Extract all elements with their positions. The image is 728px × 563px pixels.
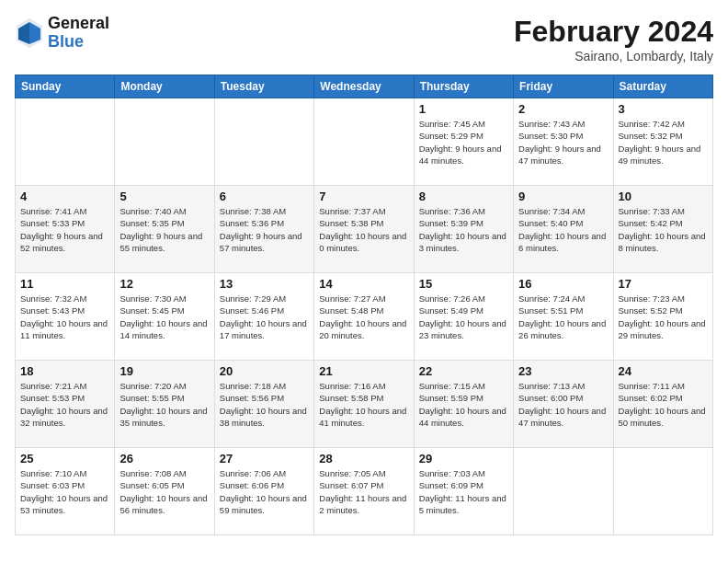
day-info: Sunrise: 7:06 AM Sunset: 6:06 PM Dayligh… [220, 467, 309, 516]
month-year-title: February 2024 [514, 15, 713, 49]
day-number: 28 [319, 452, 408, 465]
day-info: Sunrise: 7:05 AM Sunset: 6:07 PM Dayligh… [319, 467, 408, 516]
day-of-week-header: Saturday [613, 75, 712, 98]
day-info: Sunrise: 7:24 AM Sunset: 5:51 PM Dayligh… [518, 293, 608, 341]
day-info: Sunrise: 7:34 AM Sunset: 5:40 PM Dayligh… [518, 205, 608, 254]
calendar-cell: 24Sunrise: 7:11 AM Sunset: 6:02 PM Dayli… [613, 361, 712, 448]
day-number: 20 [220, 364, 309, 378]
day-number: 18 [20, 364, 109, 378]
day-info: Sunrise: 7:11 AM Sunset: 6:02 PM Dayligh… [619, 380, 708, 429]
day-info: Sunrise: 7:43 AM Sunset: 5:30 PM Dayligh… [518, 118, 608, 167]
day-number: 17 [619, 277, 708, 291]
day-info: Sunrise: 7:45 AM Sunset: 5:29 PM Dayligh… [419, 118, 508, 167]
calendar-cell [514, 448, 613, 535]
day-number: 16 [518, 277, 608, 291]
day-number: 21 [319, 364, 408, 378]
calendar-week-row: 18Sunrise: 7:21 AM Sunset: 5:53 PM Dayli… [16, 361, 713, 448]
calendar-cell: 2Sunrise: 7:43 AM Sunset: 5:30 PM Daylig… [514, 98, 613, 186]
calendar-header-row: SundayMondayTuesdayWednesdayThursdayFrid… [16, 75, 713, 98]
calendar-table: SundayMondayTuesdayWednesdayThursdayFrid… [15, 75, 713, 535]
day-info: Sunrise: 7:30 AM Sunset: 5:45 PM Dayligh… [119, 293, 209, 341]
calendar-cell: 20Sunrise: 7:18 AM Sunset: 5:56 PM Dayli… [214, 361, 313, 448]
page-header: General Blue February 2024 Sairano, Lomb… [15, 15, 713, 63]
calendar-cell: 9Sunrise: 7:34 AM Sunset: 5:40 PM Daylig… [514, 186, 613, 273]
day-number: 7 [319, 190, 408, 203]
calendar-cell: 10Sunrise: 7:33 AM Sunset: 5:42 PM Dayli… [613, 186, 712, 273]
day-info: Sunrise: 7:42 AM Sunset: 5:32 PM Dayligh… [619, 118, 708, 167]
day-info: Sunrise: 7:29 AM Sunset: 5:46 PM Dayligh… [220, 293, 309, 341]
day-number: 13 [220, 277, 309, 291]
calendar-cell: 14Sunrise: 7:27 AM Sunset: 5:48 PM Dayli… [314, 273, 414, 361]
day-number: 14 [319, 277, 408, 291]
day-number: 4 [20, 190, 109, 203]
calendar-cell: 3Sunrise: 7:42 AM Sunset: 5:32 PM Daylig… [613, 98, 712, 186]
day-info: Sunrise: 7:36 AM Sunset: 5:39 PM Dayligh… [419, 205, 508, 254]
day-number: 9 [518, 190, 608, 203]
calendar-cell [314, 98, 414, 186]
day-info: Sunrise: 7:03 AM Sunset: 6:09 PM Dayligh… [419, 467, 508, 516]
day-number: 1 [419, 102, 508, 116]
calendar-cell: 16Sunrise: 7:24 AM Sunset: 5:51 PM Dayli… [514, 273, 613, 361]
day-number: 19 [119, 364, 209, 378]
calendar-cell: 19Sunrise: 7:20 AM Sunset: 5:55 PM Dayli… [115, 361, 214, 448]
calendar-cell: 11Sunrise: 7:32 AM Sunset: 5:43 PM Dayli… [16, 273, 115, 361]
day-info: Sunrise: 7:21 AM Sunset: 5:53 PM Dayligh… [20, 380, 109, 429]
day-info: Sunrise: 7:27 AM Sunset: 5:48 PM Dayligh… [319, 293, 408, 341]
calendar-week-row: 25Sunrise: 7:10 AM Sunset: 6:03 PM Dayli… [16, 448, 713, 535]
calendar-cell: 29Sunrise: 7:03 AM Sunset: 6:09 PM Dayli… [414, 448, 513, 535]
calendar-cell: 6Sunrise: 7:38 AM Sunset: 5:36 PM Daylig… [214, 186, 313, 273]
day-number: 27 [220, 452, 309, 465]
day-number: 29 [419, 452, 508, 465]
day-number: 6 [220, 190, 309, 203]
calendar-week-row: 11Sunrise: 7:32 AM Sunset: 5:43 PM Dayli… [16, 273, 713, 361]
day-info: Sunrise: 7:37 AM Sunset: 5:38 PM Dayligh… [319, 205, 408, 254]
calendar-cell: 17Sunrise: 7:23 AM Sunset: 5:52 PM Dayli… [613, 273, 712, 361]
day-info: Sunrise: 7:41 AM Sunset: 5:33 PM Dayligh… [20, 205, 109, 254]
calendar-cell: 5Sunrise: 7:40 AM Sunset: 5:35 PM Daylig… [115, 186, 214, 273]
day-number: 10 [619, 190, 708, 203]
calendar-cell: 13Sunrise: 7:29 AM Sunset: 5:46 PM Dayli… [214, 273, 313, 361]
day-info: Sunrise: 7:08 AM Sunset: 6:05 PM Dayligh… [119, 467, 209, 516]
day-info: Sunrise: 7:20 AM Sunset: 5:55 PM Dayligh… [119, 380, 209, 429]
day-number: 24 [619, 364, 708, 378]
day-info: Sunrise: 7:32 AM Sunset: 5:43 PM Dayligh… [20, 293, 109, 341]
calendar-cell [16, 98, 115, 186]
day-number: 22 [419, 364, 508, 378]
calendar-cell: 7Sunrise: 7:37 AM Sunset: 5:38 PM Daylig… [314, 186, 414, 273]
calendar-cell: 27Sunrise: 7:06 AM Sunset: 6:06 PM Dayli… [214, 448, 313, 535]
day-info: Sunrise: 7:15 AM Sunset: 5:59 PM Dayligh… [419, 380, 508, 429]
day-number: 3 [619, 102, 708, 116]
day-of-week-header: Wednesday [314, 75, 414, 98]
calendar-cell: 21Sunrise: 7:16 AM Sunset: 5:58 PM Dayli… [314, 361, 414, 448]
logo-text: General Blue [48, 15, 109, 52]
calendar-cell: 12Sunrise: 7:30 AM Sunset: 5:45 PM Dayli… [115, 273, 214, 361]
day-info: Sunrise: 7:10 AM Sunset: 6:03 PM Dayligh… [20, 467, 109, 516]
day-of-week-header: Monday [115, 75, 214, 98]
day-info: Sunrise: 7:33 AM Sunset: 5:42 PM Dayligh… [619, 205, 708, 254]
calendar-week-row: 1Sunrise: 7:45 AM Sunset: 5:29 PM Daylig… [16, 98, 713, 186]
day-number: 15 [419, 277, 508, 291]
calendar-cell: 18Sunrise: 7:21 AM Sunset: 5:53 PM Dayli… [16, 361, 115, 448]
calendar-cell: 8Sunrise: 7:36 AM Sunset: 5:39 PM Daylig… [414, 186, 513, 273]
day-info: Sunrise: 7:13 AM Sunset: 6:00 PM Dayligh… [518, 380, 608, 429]
title-block: February 2024 Sairano, Lombardy, Italy [514, 15, 713, 63]
calendar-week-row: 4Sunrise: 7:41 AM Sunset: 5:33 PM Daylig… [16, 186, 713, 273]
day-of-week-header: Sunday [16, 75, 115, 98]
day-info: Sunrise: 7:23 AM Sunset: 5:52 PM Dayligh… [619, 293, 708, 341]
calendar-cell: 25Sunrise: 7:10 AM Sunset: 6:03 PM Dayli… [16, 448, 115, 535]
logo-icon [15, 17, 44, 50]
calendar-cell [115, 98, 214, 186]
day-of-week-header: Thursday [414, 75, 513, 98]
calendar-cell: 15Sunrise: 7:26 AM Sunset: 5:49 PM Dayli… [414, 273, 513, 361]
day-info: Sunrise: 7:40 AM Sunset: 5:35 PM Dayligh… [119, 205, 209, 254]
day-info: Sunrise: 7:38 AM Sunset: 5:36 PM Dayligh… [220, 205, 309, 254]
day-of-week-header: Friday [514, 75, 613, 98]
calendar-cell [214, 98, 313, 186]
calendar-cell: 23Sunrise: 7:13 AM Sunset: 6:00 PM Dayli… [514, 361, 613, 448]
logo: General Blue [15, 15, 109, 52]
day-number: 11 [20, 277, 109, 291]
day-info: Sunrise: 7:16 AM Sunset: 5:58 PM Dayligh… [319, 380, 408, 429]
calendar-cell: 1Sunrise: 7:45 AM Sunset: 5:29 PM Daylig… [414, 98, 513, 186]
day-info: Sunrise: 7:18 AM Sunset: 5:56 PM Dayligh… [220, 380, 309, 429]
day-info: Sunrise: 7:26 AM Sunset: 5:49 PM Dayligh… [419, 293, 508, 341]
